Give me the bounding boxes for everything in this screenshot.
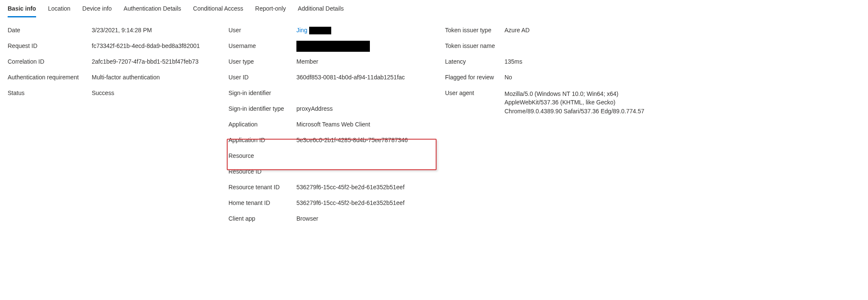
label-home-tenant-id: Home tenant ID: [228, 199, 296, 206]
row-date: Date3/23/2021, 9:14:28 PM: [8, 25, 228, 41]
label-user-type: User type: [228, 58, 296, 65]
value-application-id: 5e3ce6c0-2b1f-4285-8d4b-75ee78787346: [296, 137, 408, 143]
tab-conditional-access[interactable]: Conditional Access: [193, 3, 243, 17]
row-user-type: User typeMember: [228, 56, 445, 72]
tab-additional-details[interactable]: Additional Details: [298, 3, 344, 17]
label-request-id: Request ID: [8, 42, 92, 49]
row-auth-requirement: Authentication requirementMulti-factor a…: [8, 72, 228, 88]
value-status: Success: [92, 90, 114, 96]
label-signin-identifier-type: Sign-in identifier type: [228, 105, 296, 112]
label-latency: Latency: [445, 58, 504, 65]
row-resource-tenant-id: Resource tenant ID536279f6-15cc-45f2-be2…: [228, 182, 445, 198]
value-latency: 135ms: [504, 58, 522, 65]
value-user-id: 360df853-0081-4b0d-af94-11dab1251fac: [296, 74, 405, 81]
row-user: UserJing: [228, 25, 445, 41]
redacted-username: [296, 41, 370, 52]
label-signin-identifier: Sign-in identifier: [228, 90, 296, 96]
value-request-id: fc73342f-621b-4ecd-8da9-bed8a3f82001: [92, 42, 200, 49]
row-signin-identifier-type: Sign-in identifier typeproxyAddress: [228, 104, 445, 119]
label-token-issuer-name: Token issuer name: [445, 42, 504, 49]
value-user: Jing: [296, 27, 331, 34]
user-link[interactable]: Jing: [296, 27, 307, 34]
row-application: ApplicationMicrosoft Teams Web Client: [228, 119, 445, 135]
row-resource-id: Resource ID: [228, 166, 445, 182]
column-left: Date3/23/2021, 9:14:28 PM Request IDfc73…: [8, 25, 228, 229]
redacted-user-surname: [309, 27, 331, 34]
label-resource: Resource: [228, 152, 296, 159]
value-application: Microsoft Teams Web Client: [296, 121, 370, 128]
value-auth-requirement: Multi-factor authentication: [92, 74, 160, 81]
row-application-id: Application ID5e3ce6c0-2b1f-4285-8d4b-75…: [228, 135, 445, 151]
column-middle: UserJing Username User typeMember User I…: [228, 25, 445, 229]
column-right: Token issuer typeAzure AD Token issuer n…: [445, 25, 860, 229]
label-auth-requirement: Authentication requirement: [8, 74, 92, 81]
tab-location[interactable]: Location: [48, 3, 70, 17]
label-application: Application: [228, 121, 296, 128]
value-home-tenant-id: 536279f6-15cc-45f2-be2d-61e352b51eef: [296, 199, 405, 206]
row-client-app: Client appBrowser: [228, 213, 445, 229]
row-token-issuer-type: Token issuer typeAzure AD: [445, 25, 860, 41]
row-home-tenant-id: Home tenant ID536279f6-15cc-45f2-be2d-61…: [228, 198, 445, 213]
tab-basic-info[interactable]: Basic info: [8, 3, 36, 17]
row-flagged-for-review: Flagged for reviewNo: [445, 72, 860, 88]
details-content: Date3/23/2021, 9:14:28 PM Request IDfc73…: [8, 17, 860, 229]
label-token-issuer-type: Token issuer type: [445, 27, 504, 34]
row-status: StatusSuccess: [8, 88, 228, 104]
label-user: User: [228, 27, 296, 34]
value-username: [296, 42, 370, 52]
row-user-id: User ID360df853-0081-4b0d-af94-11dab1251…: [228, 72, 445, 88]
value-user-type: Member: [296, 58, 318, 65]
row-signin-identifier: Sign-in identifier: [228, 88, 445, 104]
row-token-issuer-name: Token issuer name: [445, 41, 860, 56]
row-request-id: Request IDfc73342f-621b-4ecd-8da9-bed8a3…: [8, 41, 228, 56]
value-date: 3/23/2021, 9:14:28 PM: [92, 27, 152, 34]
label-correlation-id: Correlation ID: [8, 58, 92, 65]
label-status: Status: [8, 90, 92, 96]
value-resource-tenant-id: 536279f6-15cc-45f2-be2d-61e352b51eef: [296, 184, 405, 191]
label-resource-tenant-id: Resource tenant ID: [228, 184, 296, 191]
value-client-app: Browser: [296, 215, 318, 222]
value-correlation-id: 2afc1be9-7207-4f7a-bbd1-521bf47feb73: [92, 58, 198, 65]
tab-device-info[interactable]: Device info: [82, 3, 112, 17]
value-token-issuer-type: Azure AD: [504, 27, 530, 34]
label-application-id: Application ID: [228, 137, 296, 143]
label-user-agent: User agent: [445, 90, 504, 96]
label-client-app: Client app: [228, 215, 296, 222]
row-username: Username: [228, 41, 445, 56]
tab-authentication-details[interactable]: Authentication Details: [124, 3, 181, 17]
tab-report-only[interactable]: Report-only: [255, 3, 286, 17]
row-user-agent: User agentMozilla/5.0 (Windows NT 10.0; …: [445, 88, 860, 115]
label-resource-id: Resource ID: [228, 168, 296, 175]
label-username: Username: [228, 42, 296, 49]
row-correlation-id: Correlation ID2afc1be9-7207-4f7a-bbd1-52…: [8, 56, 228, 72]
value-flagged-for-review: No: [504, 74, 512, 81]
tabs-bar: Basic info Location Device info Authenti…: [8, 0, 860, 17]
label-date: Date: [8, 27, 92, 34]
value-signin-identifier-type: proxyAddress: [296, 105, 333, 112]
value-user-agent: Mozilla/5.0 (Windows NT 10.0; Win64; x64…: [504, 90, 662, 115]
row-resource: Resource: [228, 151, 445, 166]
label-user-id: User ID: [228, 74, 296, 81]
label-flagged-for-review: Flagged for review: [445, 74, 504, 81]
row-latency: Latency135ms: [445, 56, 860, 72]
